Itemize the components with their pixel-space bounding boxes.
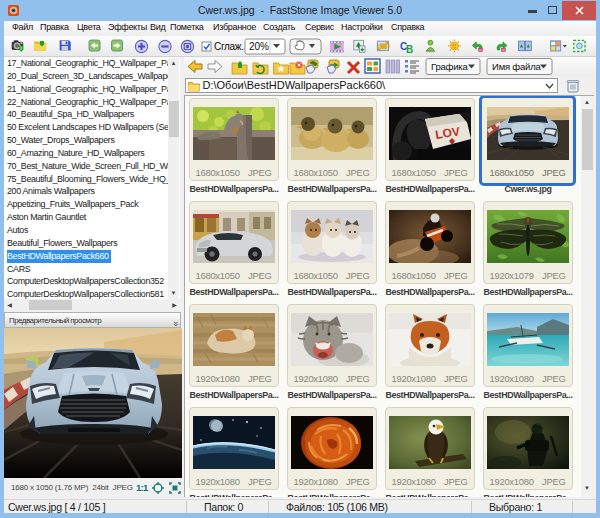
svg-text:Имя файла: Имя файла bbox=[492, 61, 541, 72]
svg-text:20%: 20% bbox=[249, 41, 269, 52]
svg-text:B: B bbox=[406, 44, 413, 55]
svg-text:Сглаж.: Сглаж. bbox=[214, 41, 244, 52]
svg-text:Графика: Графика bbox=[431, 61, 468, 72]
